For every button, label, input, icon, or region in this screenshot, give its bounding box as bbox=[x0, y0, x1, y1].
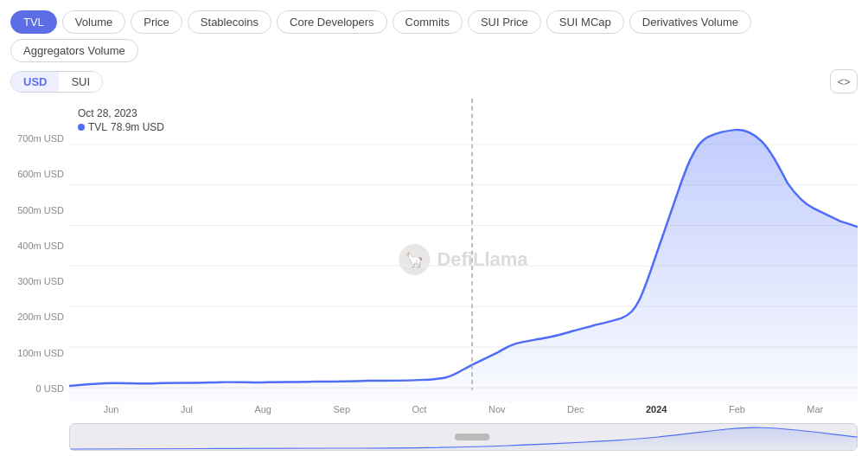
x-label-jul: Jul bbox=[181, 404, 193, 414]
y-label: 100m USD bbox=[10, 348, 69, 358]
tooltip-dot bbox=[78, 124, 85, 131]
tooltip-metric: TVL bbox=[88, 121, 107, 133]
y-label: 700m USD bbox=[10, 133, 69, 144]
x-label-nov: Nov bbox=[488, 404, 506, 414]
x-label-2024: 2024 bbox=[646, 404, 667, 414]
x-label-mar: Mar bbox=[807, 404, 823, 414]
x-label-jun: Jun bbox=[104, 404, 119, 414]
chart-area: 700m USD600m USD500m USD400m USD300m USD… bbox=[10, 99, 858, 420]
chart-svg bbox=[69, 99, 858, 420]
tab-core-developers[interactable]: Core Developers bbox=[277, 10, 387, 34]
main-container: TVLVolumePriceStablecoinsCore Developers… bbox=[0, 0, 868, 456]
x-label-dec: Dec bbox=[567, 404, 584, 414]
tooltip: Oct 28, 2023 TVL 78.9m USD bbox=[78, 107, 164, 133]
embed-button[interactable]: <> bbox=[830, 69, 858, 93]
y-label: 500m USD bbox=[10, 205, 69, 215]
y-label: 400m USD bbox=[10, 241, 69, 251]
scrollbar-mini-chart bbox=[69, 423, 858, 451]
tab-sui-mcap[interactable]: SUI MCap bbox=[546, 10, 624, 34]
tab-derivatives-volume[interactable]: Derivatives Volume bbox=[629, 10, 751, 34]
tab-price[interactable]: Price bbox=[131, 10, 182, 34]
currency-usd[interactable]: USD bbox=[11, 72, 59, 92]
y-axis: 700m USD600m USD500m USD400m USD300m USD… bbox=[10, 99, 69, 420]
x-axis: JunJulAugSepOctNovDec2024FebMar bbox=[69, 404, 858, 414]
tab-tvl[interactable]: TVL bbox=[10, 10, 57, 34]
y-label: 200m USD bbox=[10, 311, 69, 322]
tab-aggregators-volume[interactable]: Aggregators Volume bbox=[10, 39, 138, 62]
tooltip-number: 78.9m USD bbox=[111, 121, 164, 133]
tab-volume[interactable]: Volume bbox=[62, 10, 125, 34]
x-label-sep: Sep bbox=[333, 404, 350, 414]
tabs-row: TVLVolumePriceStablecoinsCore Developers… bbox=[10, 10, 858, 62]
chart-inner: Oct 28, 2023 TVL 78.9m USD 🦙 DefiLlama bbox=[69, 99, 858, 420]
currency-group: USD SUI bbox=[10, 71, 103, 93]
y-label: 600m USD bbox=[10, 169, 69, 179]
tab-commits[interactable]: Commits bbox=[393, 10, 463, 34]
x-label-oct: Oct bbox=[412, 404, 426, 414]
currency-row: USD SUI <> bbox=[10, 69, 858, 93]
svg-rect-10 bbox=[455, 434, 490, 440]
tooltip-value: TVL 78.9m USD bbox=[78, 121, 164, 133]
y-label: 300m USD bbox=[10, 276, 69, 286]
tooltip-date: Oct 28, 2023 bbox=[78, 107, 164, 119]
x-label-feb: Feb bbox=[729, 404, 745, 414]
y-label: 0 USD bbox=[10, 383, 69, 394]
tab-sui-price[interactable]: SUI Price bbox=[468, 10, 541, 34]
scrollbar-area[interactable] bbox=[69, 423, 858, 451]
x-label-aug: Aug bbox=[254, 404, 271, 414]
currency-sui[interactable]: SUI bbox=[59, 72, 102, 92]
tab-stablecoins[interactable]: Stablecoins bbox=[188, 10, 271, 34]
